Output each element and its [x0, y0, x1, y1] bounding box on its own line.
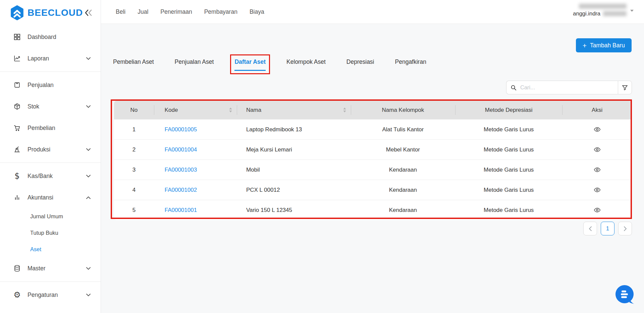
topbar: Beli Jual Penerimaan Pembayaran Biaya an…	[101, 0, 644, 24]
asset-code-link[interactable]: FA00001002	[165, 187, 197, 193]
tab-daftar-aset[interactable]: Daftar Aset	[234, 58, 266, 71]
asset-code-link[interactable]: FA00001004	[165, 146, 197, 153]
chevron-down-icon	[86, 267, 91, 270]
sidebar-item-kas-bank[interactable]: $ Kas/Bank	[0, 165, 101, 187]
column-header-nama[interactable]: Nama	[237, 101, 351, 119]
next-page-button[interactable]	[618, 222, 632, 235]
cell-no: 4	[114, 187, 154, 193]
topmenu-item-penerimaan[interactable]: Penerimaan	[160, 8, 192, 15]
tab-kelompok-aset[interactable]: Kelompok Aset	[286, 58, 326, 71]
column-header-nama-kelompok: Nama Kelompok	[351, 101, 455, 119]
chevron-down-icon	[86, 148, 91, 151]
sidebar-item-pembelian[interactable]: Pembelian	[0, 117, 101, 139]
add-new-button[interactable]: + Tambah Baru	[576, 38, 632, 52]
table-row: 4 FA00001002 PCX L 00012 Kendaraan Metod…	[114, 180, 632, 200]
cell-kelompok: Mebel Kantor	[351, 146, 455, 153]
search-icon	[511, 85, 517, 91]
sidebar-item-dashboard[interactable]: Dashboard	[0, 26, 101, 48]
tab-penjualan-aset[interactable]: Penjualan Aset	[175, 58, 214, 71]
search-input[interactable]	[520, 84, 614, 91]
topmenu-item-pembayaran[interactable]: Pembayaran	[204, 8, 237, 15]
chevron-left-icon	[589, 226, 592, 231]
main-content: + Tambah Baru Pembelian Aset Penjualan A…	[101, 24, 644, 313]
sidebar-item-produksi[interactable]: Produksi	[0, 139, 101, 160]
cell-metode: Metode Garis Lurus	[455, 207, 562, 214]
topmenu-item-jual[interactable]: Jual	[138, 8, 148, 15]
database-icon	[13, 265, 21, 272]
chevron-right-icon	[624, 226, 627, 231]
table-row: 1 FA00001005 Laptop Redmibook 13 Alat Tu…	[114, 119, 632, 139]
sidebar: BEECLOUD Dashboard	[0, 0, 101, 313]
cell-nama: Laptop Redmibook 13	[237, 126, 351, 133]
cell-nama: Meja Kursi Lemari	[237, 146, 351, 153]
topmenu-item-biaya[interactable]: Biaya	[250, 8, 264, 15]
asset-code-link[interactable]: FA00001001	[165, 207, 197, 214]
machine-icon	[13, 146, 21, 153]
sidebar-item-pengaturan[interactable]: ⚙ Pengaturan	[0, 284, 101, 306]
sidebar-item-akuntansi[interactable]: Akuntansi	[0, 187, 101, 208]
sidebar-subitem-label: Aset	[30, 246, 41, 253]
cell-nama: PCX L 00012	[237, 187, 351, 193]
column-header-kode[interactable]: Kode	[154, 101, 237, 119]
sidebar-item-label: Stok	[28, 103, 39, 110]
sidebar-subitem-aset[interactable]: Aset	[0, 241, 101, 258]
asset-code-link[interactable]: FA00001003	[165, 167, 197, 173]
asset-code-link[interactable]: FA00001005	[165, 126, 197, 133]
sidebar-item-stok[interactable]: Stok	[0, 96, 101, 117]
sidebar-item-label: Dashboard	[28, 34, 56, 41]
search-box	[506, 81, 618, 94]
divider	[0, 72, 101, 72]
sidebar-item-label: Produksi	[28, 146, 50, 153]
cell-no: 3	[114, 167, 154, 173]
previous-page-button[interactable]	[583, 222, 597, 235]
sidebar-item-laporan[interactable]: Laporan	[0, 48, 101, 69]
funnel-icon	[622, 84, 628, 91]
sidebar-nav: Dashboard Laporan Penjualan	[0, 26, 101, 306]
pagination: 1	[583, 222, 632, 235]
sidebar-item-label: Master	[28, 265, 45, 272]
view-detail-button[interactable]	[592, 185, 602, 195]
view-detail-button[interactable]	[592, 145, 602, 154]
eye-icon	[594, 186, 601, 193]
caret-down-icon[interactable]	[630, 9, 634, 12]
divider	[0, 281, 101, 282]
chat-bubble-icon	[613, 283, 637, 307]
asset-tabs: Pembelian Aset Penjualan Aset Daftar Ase…	[113, 58, 426, 71]
app-window: BEECLOUD Dashboard	[0, 0, 644, 313]
cell-no: 2	[114, 146, 154, 153]
chevron-down-icon	[86, 175, 91, 178]
cell-metode: Metode Garis Lurus	[455, 126, 562, 133]
sort-icon[interactable]	[229, 107, 232, 113]
view-detail-button[interactable]	[592, 165, 602, 175]
topmenu-item-beli[interactable]: Beli	[116, 8, 125, 15]
sidebar-item-penjualan[interactable]: Penjualan	[0, 74, 101, 96]
cell-kelompok: Kendaraan	[351, 207, 455, 214]
table-row: 3 FA00001003 Mobil Kendaraan Metode Gari…	[114, 160, 632, 180]
view-detail-button[interactable]	[592, 125, 602, 134]
tab-depresiasi[interactable]: Depresiasi	[346, 58, 374, 71]
tab-pembelian-aset[interactable]: Pembelian Aset	[113, 58, 154, 71]
chevron-up-icon	[86, 196, 91, 199]
eye-icon	[594, 146, 601, 153]
sidebar-subitem-label: Jurnal Umum	[30, 213, 63, 220]
cell-no: 1	[114, 126, 154, 133]
page-number-button[interactable]: 1	[601, 222, 614, 235]
cell-kelompok: Kendaraan	[351, 187, 455, 193]
filter-button[interactable]	[618, 81, 632, 94]
chat-widget-button[interactable]	[613, 283, 637, 307]
brand-name: BEECLOUD	[28, 7, 83, 18]
sidebar-subitem-jurnal-umum[interactable]: Jurnal Umum	[0, 208, 101, 225]
add-new-label: Tambah Baru	[590, 42, 625, 49]
annotation-box-active-tab: Daftar Aset	[230, 54, 270, 74]
sidebar-header: BEECLOUD	[0, 0, 101, 26]
cell-nama: Vario 150 L 12345	[237, 207, 351, 214]
sidebar-collapse-button[interactable]	[83, 8, 94, 17]
sort-icon[interactable]	[343, 107, 346, 113]
chevron-down-icon	[86, 57, 91, 60]
cell-metode: Metode Garis Lurus	[455, 146, 562, 153]
sidebar-item-master[interactable]: Master	[0, 258, 101, 279]
view-detail-button[interactable]	[592, 205, 602, 215]
tab-pengafkiran[interactable]: Pengafkiran	[395, 58, 426, 71]
user-menu[interactable]: anggi.indra	[573, 4, 627, 17]
sidebar-subitem-tutup-buku[interactable]: Tutup Buku	[0, 225, 101, 241]
